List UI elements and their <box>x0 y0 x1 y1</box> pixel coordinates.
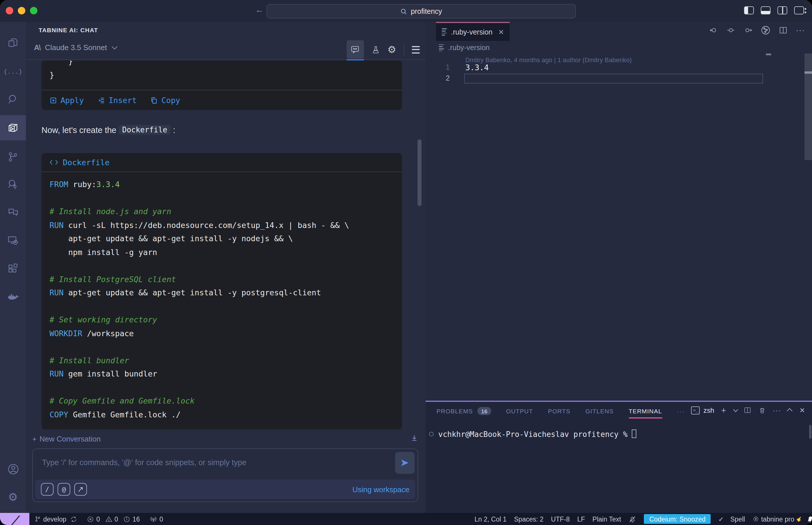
encoding-item[interactable]: UTF-8 <box>551 515 570 522</box>
terminal-dropdown-icon[interactable] <box>733 407 738 412</box>
manage-gear-icon[interactable]: ⚙ <box>0 484 26 509</box>
tab-terminal[interactable]: TERMINAL <box>629 408 662 415</box>
inline-code: Dockerfile <box>119 125 171 135</box>
language-mode-item[interactable]: Plain Text <box>593 515 621 522</box>
git-branch-item[interactable]: develop <box>34 515 77 523</box>
terminal-more-icon[interactable]: ··· <box>773 406 782 414</box>
lab-flask-icon[interactable] <box>371 45 380 55</box>
terminal-icon: >_ <box>691 406 700 414</box>
anthropic-logo-icon: A\ <box>34 43 40 52</box>
terminal-prompt[interactable]: vchkhr@MacBook-Pro-Viacheslav profitency… <box>438 430 636 439</box>
breadcrumb[interactable]: .ruby-version <box>439 44 490 52</box>
search-sidebar-icon[interactable] <box>0 86 26 112</box>
more-tabs-icon[interactable]: ··· <box>677 408 685 415</box>
source-control-icon[interactable] <box>0 144 26 169</box>
cursor-position-item[interactable]: Ln 2, Col 1 <box>474 515 506 522</box>
editor-scrollbar[interactable] <box>804 54 812 160</box>
gitlens-graph-icon[interactable] <box>761 25 770 35</box>
apply-button[interactable]: Apply <box>49 95 84 105</box>
using-workspace-link[interactable]: Using workspace <box>352 485 410 494</box>
info-icon <box>123 515 130 522</box>
ports-status-item[interactable]: 0 <box>150 515 163 522</box>
tab-problems[interactable]: PROBLEMS 16 <box>437 407 491 415</box>
chat-input[interactable]: Type '/' for commands, '@' for code snip… <box>32 448 418 502</box>
gitlens-back-icon[interactable] <box>709 26 718 34</box>
send-button[interactable] <box>395 452 415 474</box>
minimize-window-button[interactable] <box>18 7 25 14</box>
export-conversation-icon[interactable] <box>411 434 418 444</box>
close-panel-icon[interactable]: ✕ <box>799 406 805 414</box>
divider <box>404 44 404 55</box>
git-branch-icon <box>34 515 41 523</box>
code-content: FROM ruby:3.3.4 # Install node.js and ya… <box>42 172 402 430</box>
snippets-icon[interactable]: {...} <box>0 59 26 84</box>
command-center-search[interactable]: profitency <box>267 4 576 18</box>
status-bar: develop 0 0 16 0 Ln 2, Col 1 Spaces: 2 U… <box>0 513 812 525</box>
account-icon[interactable] <box>0 456 26 482</box>
editor-line-1[interactable]: 3.3.4 <box>465 62 489 73</box>
at-mention-button[interactable]: @ <box>58 483 70 496</box>
close-window-button[interactable] <box>6 7 13 14</box>
shell-label: zsh <box>704 406 714 414</box>
tabnine-icon[interactable] <box>0 115 26 140</box>
split-terminal-icon[interactable] <box>743 406 752 414</box>
insert-button[interactable]: Insert <box>98 95 137 105</box>
maximize-panel-icon[interactable] <box>787 408 793 414</box>
spell-status-item[interactable]: ✓ Spell <box>719 515 745 523</box>
shell-selector[interactable]: >_ zsh <box>691 406 714 414</box>
search-value: profitency <box>411 7 442 15</box>
tab-output[interactable]: OUTPUT <box>506 408 533 415</box>
chat-tab-button[interactable] <box>347 40 364 59</box>
line-number: 2 <box>438 73 450 84</box>
gitlens-commit-icon[interactable] <box>726 26 735 34</box>
eol-item[interactable]: LF <box>577 515 585 522</box>
docker-icon[interactable] <box>0 284 26 309</box>
codeium-status-item[interactable]: Codeium: Snoozed <box>644 514 711 524</box>
menu-icon[interactable] <box>412 46 420 53</box>
notifications-bell-icon[interactable] <box>806 515 812 524</box>
toggle-secondary-sidebar-icon[interactable] <box>778 6 787 14</box>
slash-command-button[interactable]: / <box>41 483 54 496</box>
bell-slash-icon[interactable] <box>629 515 637 523</box>
warning-icon <box>105 515 112 522</box>
customize-layout-icon[interactable] <box>794 6 804 14</box>
activity-bar: {...} ⚙ <box>0 22 26 513</box>
model-selector[interactable]: A\ Claude 3.5 Sonnet <box>34 43 116 52</box>
toggle-sidebar-icon[interactable] <box>744 6 754 14</box>
explorer-icon[interactable] <box>0 30 26 55</box>
chat-messages: }} Apply Insert Copy <box>42 60 402 433</box>
remote-explorer-icon[interactable] <box>0 227 26 253</box>
problems-badge: 16 <box>477 407 491 415</box>
maximize-window-button[interactable] <box>30 7 38 14</box>
copy-button[interactable]: Copy <box>151 95 180 105</box>
line-number: 1 <box>438 62 450 73</box>
toggle-panel-icon[interactable] <box>761 6 770 14</box>
tab-ports[interactable]: PORTS <box>548 408 571 415</box>
remote-indicator[interactable] <box>0 513 29 525</box>
tab-ruby-version[interactable]: .ruby-version ✕ <box>436 22 510 41</box>
new-conversation-button[interactable]: + New Conversation <box>32 435 101 443</box>
prompt-shortcuts-button[interactable] <box>74 483 87 496</box>
chat-toolbar: A\ Claude 3.5 Sonnet ⚙ <box>26 38 426 60</box>
tab-gitlens[interactable]: GITLENS <box>586 408 614 415</box>
terminal-cursor <box>632 430 636 438</box>
kill-terminal-icon[interactable] <box>758 406 766 414</box>
code-block-filename[interactable]: Dockerfile <box>63 158 110 167</box>
comments-icon[interactable] <box>0 199 26 225</box>
split-editor-icon[interactable] <box>779 26 788 34</box>
gitlens-blame-annotation[interactable]: Dmitry Babenko, 4 months ago | 1 author … <box>465 56 632 63</box>
tabnine-status-item[interactable]: tabnine pro ☛ <box>752 515 803 523</box>
new-terminal-icon[interactable]: + <box>721 405 726 415</box>
close-tab-icon[interactable]: ✕ <box>499 28 504 36</box>
settings-gear-icon[interactable]: ⚙ <box>387 43 397 56</box>
more-actions-icon[interactable]: ··· <box>796 26 805 34</box>
code-content: }} <box>42 60 402 90</box>
terminal-scrollbar[interactable] <box>809 425 811 439</box>
gitlens-icon[interactable] <box>0 171 26 197</box>
indentation-item[interactable]: Spaces: 2 <box>514 515 543 522</box>
chat-scrollbar[interactable] <box>417 139 422 206</box>
nav-back-icon[interactable]: ← <box>255 5 264 14</box>
gitlens-forward-icon[interactable] <box>743 26 753 34</box>
extensions-icon[interactable] <box>0 256 26 281</box>
problems-status-item[interactable]: 0 0 16 <box>87 515 140 522</box>
